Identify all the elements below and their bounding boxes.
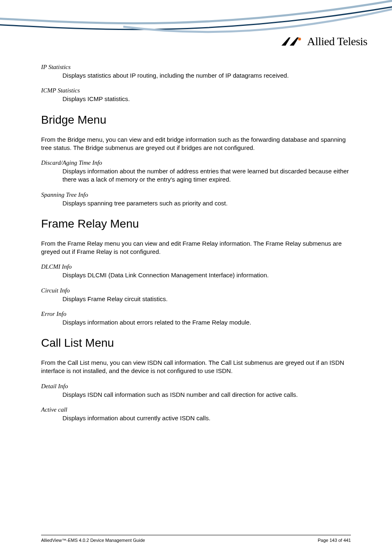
term-dlcmi: DLCMI Info	[41, 263, 351, 270]
svg-marker-0	[281, 37, 291, 46]
desc-circuit: Displays Frame Relay circuit statistics.	[62, 295, 351, 303]
term-detail-info: Detail Info	[41, 383, 351, 390]
desc-spanning-tree: Displays spanning tree parameters such a…	[62, 199, 351, 207]
desc-active-call: Displays information about currently act…	[62, 414, 351, 422]
desc-dlcmi: Displays DLCMI (Data Link Connection Man…	[62, 271, 351, 279]
page-content: IP Statistics Displays statistics about …	[0, 0, 392, 422]
heading-frame-relay: Frame Relay Menu	[41, 217, 351, 230]
footer-page-number: Page 143 of 441	[318, 538, 351, 543]
term-discard-aging: Discard/Aging Time Info	[41, 159, 351, 166]
desc-detail-info: Displays ISDN call information such as I…	[62, 391, 351, 399]
brand-logo-icon	[281, 37, 304, 46]
brand: Allied Telesis	[281, 35, 367, 48]
svg-point-2	[298, 38, 301, 41]
page-footer: AlliedView™-EMS 4.0.2 Device Management …	[41, 535, 351, 543]
term-ip-statistics: IP Statistics	[41, 64, 351, 71]
footer-title: AlliedView™-EMS 4.0.2 Device Management …	[41, 538, 145, 543]
desc-ip-statistics: Displays statistics about IP routing, in…	[62, 71, 351, 80]
heading-call-list: Call List Menu	[41, 336, 351, 350]
heading-bridge-menu: Bridge Menu	[41, 113, 351, 127]
term-active-call: Active call	[41, 406, 351, 413]
term-circuit: Circuit Info	[41, 287, 351, 294]
svg-marker-1	[290, 37, 299, 46]
term-error: Error Info	[41, 311, 351, 318]
intro-frame-relay: From the Frame Relay menu you can view a…	[41, 240, 351, 256]
intro-bridge-menu: From the Bridge menu, you can view and e…	[41, 136, 351, 152]
brand-name: Allied Telesis	[307, 35, 367, 48]
desc-discard-aging: Displays information about the number of…	[62, 167, 351, 184]
intro-call-list: From the Call List menu, you can view IS…	[41, 359, 351, 375]
term-icmp-statistics: ICMP Statistics	[41, 87, 351, 94]
desc-error: Displays information about errors relate…	[62, 318, 351, 327]
term-spanning-tree: Spanning Tree Info	[41, 191, 351, 198]
desc-icmp-statistics: Displays ICMP statistics.	[62, 95, 351, 103]
